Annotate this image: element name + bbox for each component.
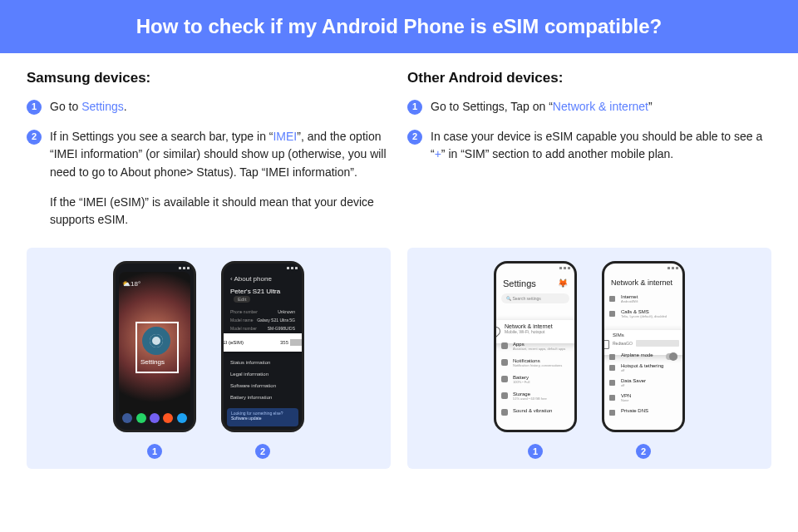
info-row: Model nameGalaxy S21 Ultra 5G bbox=[228, 316, 298, 324]
step-subtext: If the “IMEI (eSIM)” is available it sho… bbox=[50, 194, 391, 229]
caption-badge: 1 bbox=[528, 444, 543, 459]
info-row: Model numberSM-G998U/DS bbox=[228, 324, 298, 332]
other-heading: Other Android devices: bbox=[407, 70, 771, 86]
phone-android-settings: Settings🦊 🔍 Search settings Network & in… bbox=[494, 261, 577, 432]
list-item: Legal information bbox=[228, 368, 298, 380]
footer-card: Looking for something else?Software upda… bbox=[227, 408, 298, 426]
imei-link[interactable]: IMEI bbox=[273, 130, 297, 143]
settings-label: Settings bbox=[140, 358, 165, 366]
plus-link[interactable]: + bbox=[435, 147, 441, 160]
settings-title: Settings🦊 bbox=[496, 272, 574, 292]
other-column: Other Android devices: 1 Go to Settings,… bbox=[407, 70, 771, 241]
settings-item: Data Saveroff bbox=[604, 376, 682, 391]
device-name: Peter's S21 UltraEdit bbox=[224, 286, 302, 308]
info-row: Phone numberUnknown bbox=[228, 308, 298, 316]
list-item: Battery information bbox=[228, 392, 298, 403]
samsung-step-1: 1 Go to Settings. bbox=[27, 98, 391, 116]
page-title: How to check if my Android Phone is eSIM… bbox=[0, 0, 798, 53]
samsung-heading: Samsung devices: bbox=[27, 70, 391, 86]
settings-item: Storage51% used • 63 GB free bbox=[496, 388, 574, 405]
step-badge: 1 bbox=[407, 100, 422, 115]
edit-button: Edit bbox=[234, 296, 250, 303]
other-step-2: 2 In case your device is eSIM capable yo… bbox=[407, 128, 771, 164]
samsung-column: Samsung devices: 1 Go to Settings. 2 If … bbox=[27, 70, 391, 241]
screenshot-panels: ⛅18° Settings About phone Peter's S21 Ul… bbox=[0, 241, 798, 469]
settings-item: Battery100% • Full bbox=[496, 372, 574, 388]
settings-item: Hotspot & tetheringoff bbox=[604, 361, 682, 376]
caption-badge: 1 bbox=[147, 444, 162, 459]
step-text: Go to Settings. bbox=[50, 98, 127, 116]
toggle-icon bbox=[666, 353, 677, 360]
phone-samsung-about: About phone Peter's S21 UltraEdit Phone … bbox=[221, 261, 304, 432]
other-panel: Settings🦊 🔍 Search settings Network & in… bbox=[407, 248, 771, 469]
step-text: Go to Settings, Tap on “Network & intern… bbox=[431, 98, 653, 116]
step-text: If in Settings you see a search bar, typ… bbox=[50, 128, 391, 229]
samsung-panel: ⛅18° Settings About phone Peter's S21 Ul… bbox=[27, 248, 391, 469]
settings-item: Sound & vibration bbox=[496, 405, 574, 417]
network-link[interactable]: Network & internet bbox=[553, 100, 648, 113]
settings-item: Private DNS bbox=[604, 406, 682, 416]
weather-widget: ⛅18° bbox=[122, 280, 140, 288]
step-text: In case your device is eSIM capable you … bbox=[431, 128, 771, 164]
settings-item: Airplane mode bbox=[604, 350, 682, 361]
settings-item: Calls & SMSTelia, Lycom (default), disab… bbox=[604, 307, 682, 322]
settings-item: NotificationsNotification history, conve… bbox=[496, 355, 574, 372]
gear-icon bbox=[142, 327, 170, 355]
avatar-icon: 🦊 bbox=[558, 278, 568, 288]
step-badge: 1 bbox=[27, 100, 42, 115]
list-item: Status information bbox=[228, 357, 298, 368]
dock bbox=[121, 411, 189, 425]
caption-badge: 2 bbox=[255, 444, 270, 459]
settings-link[interactable]: Settings bbox=[81, 100, 124, 113]
instruction-columns: Samsung devices: 1 Go to Settings. 2 If … bbox=[0, 53, 798, 241]
search-bar: 🔍 Search settings bbox=[501, 293, 569, 303]
samsung-step-2: 2 If in Settings you see a search bar, t… bbox=[27, 128, 391, 229]
step-badge: 2 bbox=[27, 130, 42, 145]
network-title: Network & internet bbox=[604, 272, 682, 292]
phone-samsung-home: ⛅18° Settings bbox=[113, 261, 196, 432]
plus-icon: + bbox=[684, 339, 685, 347]
masked-value bbox=[290, 339, 304, 346]
list-item: Software information bbox=[228, 380, 298, 392]
phone-android-network: Network & internet InternetAndroidWifiCa… bbox=[602, 261, 685, 432]
settings-item: VPNNone bbox=[604, 391, 682, 406]
other-step-1: 1 Go to Settings, Tap on “Network & inte… bbox=[407, 98, 771, 116]
about-title: About phone bbox=[224, 272, 302, 286]
settings-item: AppsAssistant, recent apps, default apps bbox=[496, 338, 574, 355]
step-badge: 2 bbox=[407, 130, 422, 145]
caption-badge: 2 bbox=[636, 444, 651, 459]
imei-callout: IMEI (eSIM)355 bbox=[221, 333, 304, 352]
settings-item: InternetAndroidWifi bbox=[604, 292, 682, 307]
